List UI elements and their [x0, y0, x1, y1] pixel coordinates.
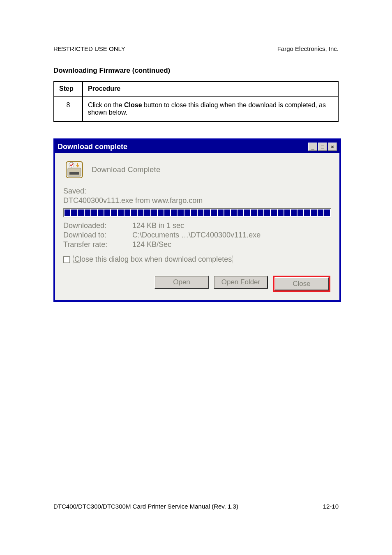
maximize-button[interactable]: □ — [318, 143, 327, 151]
window-controls: _ □ × — [308, 143, 337, 151]
section-title: Downloading Firmware (continued) — [53, 67, 339, 75]
col-step: Step — [54, 81, 83, 96]
download-complete-label: Download Complete — [92, 166, 160, 174]
transfer-rate-label: Transfer rate: — [63, 240, 132, 249]
progress-bar — [63, 208, 331, 217]
svg-rect-2 — [69, 172, 79, 175]
col-procedure: Procedure — [83, 81, 338, 96]
close-button[interactable]: Close — [274, 277, 329, 290]
close-button-highlight: Close — [273, 276, 330, 292]
close-window-button[interactable]: × — [328, 143, 337, 151]
downloaded-value: 124 KB in 1 sec — [132, 221, 184, 230]
download-to-label: Download to: — [63, 231, 132, 240]
step-number: 8 — [54, 96, 83, 122]
header-right: Fargo Electronics, Inc. — [277, 45, 339, 52]
download-to-value: C:\Documents …\DTC400300v111.exe — [132, 231, 261, 240]
saved-path: DTC400300v111.exe from www.fargo.com — [63, 196, 331, 205]
footer-left: DTC400/DTC300/DTC300M Card Printer Servi… — [53, 503, 238, 510]
transfer-rate-value: 124 KB/Sec — [132, 240, 171, 249]
step-procedure: Click on the Close button to close this … — [83, 96, 338, 122]
downloaded-label: Downloaded: — [63, 221, 132, 230]
saved-label: Saved: — [63, 187, 331, 196]
header-left: RESTRICTED USE ONLY — [53, 45, 125, 52]
svg-point-3 — [69, 162, 74, 167]
dialog-buttons: Open Open Folder Close — [63, 276, 331, 292]
download-icon — [65, 161, 83, 179]
table-row: 8 Click on the Close button to close thi… — [54, 96, 338, 122]
download-info: Downloaded: 124 KB in 1 sec Download to:… — [63, 221, 331, 249]
close-on-complete-label: Close this dialog box when download comp… — [73, 255, 233, 264]
procedure-table: Step Procedure 8 Click on the Close butt… — [53, 81, 339, 122]
download-complete-dialog: Download complete _ □ × Download Complet… — [53, 138, 341, 302]
minimize-button[interactable]: _ — [308, 143, 317, 151]
open-button[interactable]: Open — [154, 276, 209, 289]
open-folder-button[interactable]: Open Folder — [214, 276, 268, 289]
close-on-complete-checkbox[interactable] — [63, 256, 70, 263]
dialog-title: Download complete — [58, 143, 127, 151]
footer-right: 12-10 — [323, 503, 339, 510]
titlebar: Download complete _ □ × — [55, 140, 339, 153]
